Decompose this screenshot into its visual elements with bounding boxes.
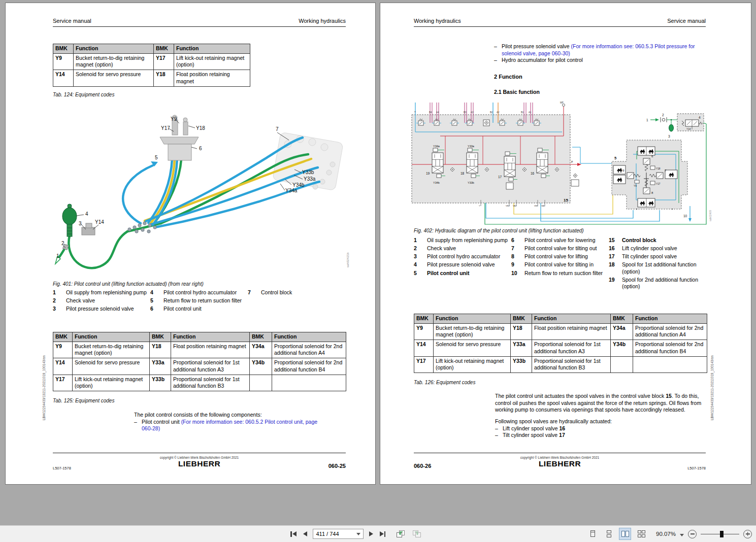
zoom-slider-handle[interactable]: [720, 531, 724, 537]
pdf-toolbar: 411 / 744: [0, 525, 756, 542]
diagram-label: Y34a: [285, 188, 298, 193]
legend-item: 1Oil supply from replenishing pump: [414, 237, 511, 244]
diagram-label: Y17: [656, 183, 661, 185]
legend-item: 19Spool for 2nd additional function (opt…: [609, 277, 706, 290]
bullet-text: Tilt cylinder spool valve 17: [503, 432, 565, 439]
legend-item: 17Tilt cylinder spool valve: [609, 253, 706, 260]
diagram-label: Y9: [634, 185, 637, 187]
table-cell: [611, 356, 633, 372]
document-code: L507-1578: [414, 466, 706, 470]
diagram-label: 5: [614, 156, 616, 160]
bullet-text: Lift cylinder spool valve 16: [503, 425, 565, 432]
previous-page-icon: [303, 531, 307, 536]
single-page-layout-button[interactable]: [586, 528, 599, 540]
table-cell: Y34b: [611, 340, 633, 356]
next-view-button[interactable]: [411, 529, 423, 539]
table-row: Y17Lift kick-out retaining magnet (optio…: [414, 356, 707, 372]
header-right: Service manual: [667, 18, 706, 24]
table-cell: Y33b: [511, 356, 532, 372]
diagram-label: 3: [668, 134, 670, 138]
two-page-layout-button[interactable]: [619, 528, 631, 540]
first-page-icon: [290, 531, 292, 537]
diagram-label: Y34a: [433, 145, 440, 148]
figure-caption: Fig. 401: Pilot control unit (lifting fu…: [53, 281, 204, 287]
legend-column: 7Control block: [248, 289, 345, 314]
bullet-dash: –: [495, 425, 503, 432]
legend-item: 2Check valve: [414, 245, 511, 252]
table-cell: Y18: [150, 342, 171, 358]
table-header-cell: BMK: [250, 332, 272, 342]
page-number-input[interactable]: 411 / 744: [313, 529, 364, 539]
table-cell: Y9: [53, 54, 74, 70]
legend-item: 6Pilot control unit: [150, 306, 248, 312]
table-header-cell: Function: [633, 314, 707, 324]
bullet-dash: –: [494, 57, 502, 64]
continuous-layout-icon: [605, 530, 613, 538]
header-rule: [53, 26, 346, 27]
legend-item: 5Pilot control unit: [414, 270, 511, 277]
subsection-heading: 2.1 Basic function: [494, 89, 540, 95]
diagram-label: 6: [199, 146, 202, 151]
previous-page-button[interactable]: [302, 530, 308, 537]
table-cell: Bucket return-to-dig retaining magnet (o…: [73, 342, 150, 358]
top-bullets: – Pilot pressure solenoid valve (For mor…: [494, 43, 704, 64]
diagram-label: 2: [662, 113, 664, 117]
table-cell: Y33a: [511, 340, 532, 356]
data-table: BMKFunctionBMKFunctionBMKFunctionY9Bucke…: [414, 314, 707, 373]
diagram-label: 2: [61, 241, 64, 246]
table-caption: Tab. 125: Equipment codes: [53, 398, 114, 403]
page-header: Service manual Working hydraulics: [53, 18, 346, 24]
first-page-button[interactable]: [289, 530, 298, 538]
previous-view-button[interactable]: [395, 529, 407, 539]
zoom-out-button[interactable]: [688, 530, 697, 538]
page-dropdown-caret-icon[interactable]: [356, 533, 360, 535]
table-cell: Y17: [154, 54, 174, 70]
pilot-control-unit-assembly: [160, 115, 199, 160]
legend-item: 1Oil supply from replenishing pump: [53, 289, 150, 296]
table-cell: Y33a: [150, 358, 171, 375]
header-right: Working hydraulics: [299, 18, 346, 24]
table-cell: Y9: [414, 324, 434, 340]
header-left: Working hydraulics: [414, 18, 461, 24]
bullet-dash: –: [494, 43, 502, 57]
fig402-legend: 1Oil supply from replenishing pump2Check…: [414, 237, 706, 291]
bullet-text: Pilot pressure solenoid valve (For more …: [502, 43, 704, 57]
table-cell: Lift kick-out retaining magnet (option): [174, 54, 250, 70]
table-cell: Y14: [53, 358, 73, 375]
equipment-table-126: BMKFunctionBMKFunctionBMKFunctionY9Bucke…: [414, 314, 708, 373]
table-row: Y9Bucket return-to-dig retaining magnet …: [53, 342, 346, 358]
table-header-cell: Function: [434, 314, 511, 324]
table-cell: Y18: [154, 70, 174, 86]
diagram-label: T: [414, 111, 416, 114]
data-table: BMKFunctionBMKFunctionBMKFunctionY9Bucke…: [53, 332, 346, 391]
bullet-dash: –: [495, 432, 503, 439]
table-cell: Y9: [53, 342, 73, 358]
pilot-supply-branch: [650, 114, 706, 131]
table-header-cell: Function: [272, 332, 346, 342]
table-header-cell: Function: [73, 332, 150, 342]
function-paragraph: The pilot control unit actuates the spoo…: [495, 393, 706, 439]
diagram-label: VB2: [506, 205, 510, 207]
next-page-button[interactable]: [368, 530, 374, 537]
table-cell: Proportional solenoid for 1st additional…: [171, 375, 250, 391]
table-header-cell: Function: [74, 44, 154, 54]
last-page-button[interactable]: [379, 530, 387, 538]
table-row: Y14Solenoid for servo pressureY33aPropor…: [414, 340, 707, 356]
footer-rule: [53, 453, 346, 453]
zoom-slider[interactable]: [701, 530, 739, 538]
legend-item: 5Return flow to return suction filter: [150, 297, 248, 304]
diagram-label: Y33a: [468, 145, 475, 148]
zoom-dropdown-caret-icon[interactable]: [680, 534, 684, 536]
zoom-in-button[interactable]: [743, 530, 752, 538]
bullet-dash: –: [134, 419, 142, 432]
legend-item: 7Control block: [248, 289, 345, 296]
continuous-layout-button[interactable]: [603, 528, 615, 540]
diagram-label: VB1: [534, 205, 539, 207]
plus-icon: [747, 532, 748, 536]
diagram-label: Y34b: [433, 181, 440, 184]
table-cell: Y34a: [611, 324, 633, 340]
two-page-continuous-layout-button[interactable]: [635, 528, 647, 540]
section-heading: 2 Function: [494, 74, 522, 80]
diagram-label: Y17: [161, 125, 170, 131]
diagram-label: VA2: [513, 205, 517, 207]
